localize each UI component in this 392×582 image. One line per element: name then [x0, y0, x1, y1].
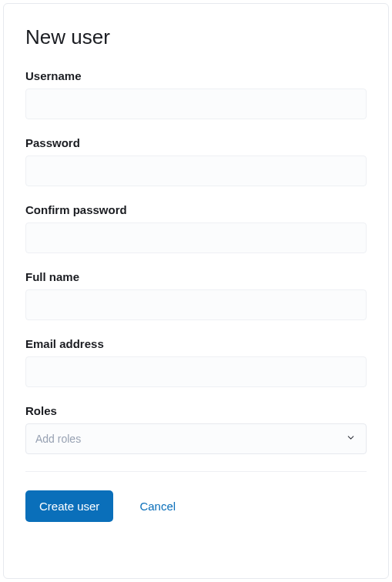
password-group: Password: [25, 136, 367, 186]
form-actions: Create user Cancel: [25, 490, 367, 522]
confirm-password-group: Confirm password: [25, 203, 367, 253]
full-name-group: Full name: [25, 270, 367, 320]
username-label: Username: [25, 69, 367, 82]
roles-placeholder: Add roles: [35, 433, 81, 445]
create-user-button[interactable]: Create user: [25, 490, 113, 522]
password-input[interactable]: [25, 156, 367, 186]
roles-select[interactable]: Add roles: [25, 423, 367, 454]
full-name-input[interactable]: [25, 289, 367, 320]
divider: [25, 471, 367, 472]
password-label: Password: [25, 136, 367, 149]
full-name-label: Full name: [25, 270, 367, 283]
new-user-panel: New user Username Password Confirm passw…: [3, 3, 389, 579]
cancel-button[interactable]: Cancel: [139, 500, 176, 513]
username-group: Username: [25, 69, 367, 119]
username-input[interactable]: [25, 89, 367, 119]
confirm-password-label: Confirm password: [25, 203, 367, 216]
roles-label: Roles: [25, 404, 367, 417]
page-title: New user: [25, 25, 367, 49]
roles-select-wrapper: Add roles: [25, 423, 367, 454]
roles-group: Roles Add roles: [25, 404, 367, 454]
email-group: Email address: [25, 337, 367, 387]
email-input[interactable]: [25, 356, 367, 387]
confirm-password-input[interactable]: [25, 222, 367, 253]
email-label: Email address: [25, 337, 367, 350]
